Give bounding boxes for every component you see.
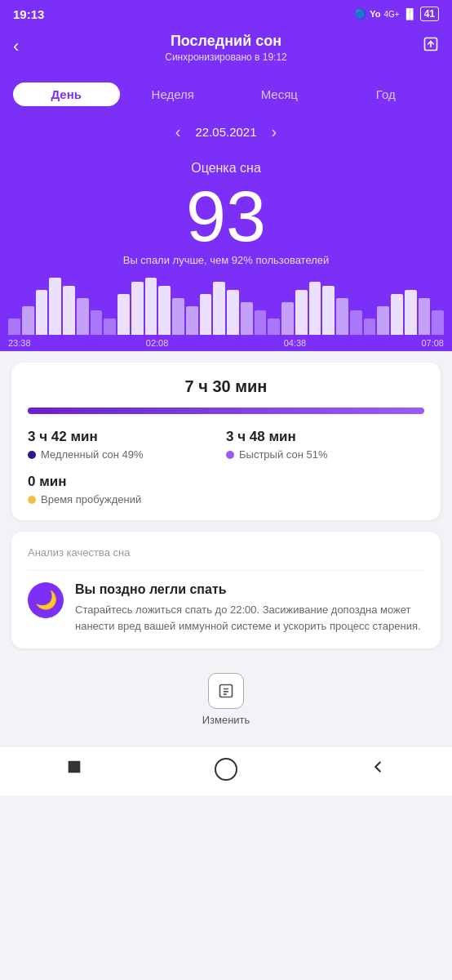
chart-bar bbox=[200, 294, 212, 335]
chart-bar bbox=[350, 310, 362, 335]
bottom-action: Изменить bbox=[11, 660, 441, 734]
awake-dot bbox=[28, 496, 36, 504]
chart-bar bbox=[22, 306, 34, 335]
content-area: 7 ч 30 мин 3 ч 42 мин Медленный сон 49% … bbox=[0, 351, 452, 746]
sync-status: Синхронизировано в 19:12 bbox=[41, 51, 411, 63]
chart-bar bbox=[322, 286, 335, 335]
export-button[interactable] bbox=[423, 36, 439, 56]
sleep-duration: 7 ч 30 мин bbox=[28, 377, 424, 396]
chart-bar bbox=[295, 290, 308, 335]
chart-bar bbox=[77, 298, 89, 335]
chart-bar bbox=[227, 290, 239, 335]
nav-home-button[interactable] bbox=[215, 758, 237, 781]
chart-bar bbox=[172, 298, 184, 335]
score-section: Оценка сна 93 Вы спали лучше, чем 92% по… bbox=[0, 153, 452, 278]
awake-label: Время пробуждений bbox=[28, 493, 226, 506]
chart-bar bbox=[8, 318, 20, 335]
score-subtext: Вы спали лучше, чем 92% пользователей bbox=[16, 254, 436, 278]
slow-sleep-value: 3 ч 42 мин bbox=[28, 429, 226, 445]
analysis-heading: Вы поздно легли спать bbox=[75, 582, 424, 597]
sleep-chart: 23:38 02:08 04:38 07:08 bbox=[0, 278, 452, 351]
analysis-divider bbox=[28, 570, 424, 571]
signal-bars-icon: ▐▌ bbox=[403, 8, 417, 20]
chart-bar bbox=[268, 318, 280, 335]
chart-bar bbox=[419, 298, 431, 335]
fast-sleep-label: Быстрый сон 51% bbox=[226, 448, 424, 461]
chart-bar bbox=[405, 290, 417, 335]
timestamp-1: 23:38 bbox=[8, 338, 31, 348]
timestamp-3: 04:38 bbox=[284, 338, 307, 348]
slow-sleep-label: Медленный сон 49% bbox=[28, 448, 226, 461]
chart-bar bbox=[36, 290, 48, 335]
awake-stat: 0 мин Время пробуждений bbox=[28, 474, 226, 506]
status-bar: 19:13 🔵 Yo 4G+ ▐▌ 41 bbox=[0, 0, 452, 26]
chart-bar bbox=[391, 294, 403, 335]
chart-bar bbox=[63, 286, 75, 335]
back-button[interactable]: ‹ bbox=[13, 36, 19, 57]
fast-sleep-stat: 3 ч 48 мин Быстрый сон 51% bbox=[226, 429, 424, 461]
score-label: Оценка сна bbox=[16, 161, 436, 176]
score-value: 93 bbox=[16, 179, 436, 254]
tab-day[interactable]: День bbox=[13, 82, 120, 106]
nav-bar bbox=[0, 746, 452, 795]
app-header: ‹ Последний сон Синхронизировано в 19:12 bbox=[0, 26, 452, 74]
chart-bar bbox=[213, 282, 225, 335]
awake-value: 0 мин bbox=[28, 474, 226, 490]
tab-bar: День Неделя Месяц Год bbox=[0, 74, 452, 118]
chart-bar bbox=[145, 278, 157, 335]
chart-bar bbox=[158, 286, 171, 335]
chart-bar bbox=[364, 318, 376, 335]
nav-square-button[interactable] bbox=[65, 758, 83, 781]
chart-bar bbox=[281, 302, 294, 335]
tab-month[interactable]: Месяц bbox=[226, 82, 333, 106]
chart-bar bbox=[91, 310, 103, 335]
edit-button[interactable] bbox=[208, 673, 244, 709]
nav-back-button[interactable] bbox=[369, 758, 387, 781]
svg-rect-6 bbox=[69, 761, 81, 773]
chart-bar bbox=[117, 294, 130, 335]
analysis-text: Вы поздно легли спать Старайтесь ложитьс… bbox=[75, 582, 424, 634]
battery-icon: 41 bbox=[420, 7, 439, 21]
chart-bar bbox=[241, 302, 253, 335]
chart-bar bbox=[186, 306, 198, 335]
chart-bar bbox=[377, 306, 389, 335]
timestamp-4: 07:08 bbox=[421, 338, 444, 348]
sleep-duration-card: 7 ч 30 мин 3 ч 42 мин Медленный сон 49% … bbox=[11, 363, 441, 520]
slow-sleep-stat: 3 ч 42 мин Медленный сон 49% bbox=[28, 429, 226, 461]
analysis-card-title: Анализ качества сна bbox=[28, 546, 424, 559]
analysis-body: Старайтесь ложиться спать до 22:00. Заси… bbox=[75, 602, 424, 634]
next-date-button[interactable]: › bbox=[272, 122, 277, 141]
analysis-icon: 🌙 bbox=[28, 582, 64, 618]
sleep-progress-bar bbox=[28, 408, 424, 414]
chart-timestamps: 23:38 02:08 04:38 07:08 bbox=[0, 335, 452, 348]
status-icons: 🔵 Yo 4G+ ▐▌ 41 bbox=[354, 7, 439, 21]
fast-sleep-value: 3 ч 48 мин bbox=[226, 429, 424, 445]
signal-icon: Yo bbox=[370, 9, 380, 19]
prev-date-button[interactable]: ‹ bbox=[175, 122, 181, 141]
chart-bar bbox=[309, 282, 321, 335]
slow-sleep-dot bbox=[28, 451, 36, 459]
fast-sleep-dot bbox=[226, 451, 234, 459]
edit-label: Изменить bbox=[11, 714, 441, 726]
tab-week[interactable]: Неделя bbox=[120, 82, 227, 106]
sleep-stats: 3 ч 42 мин Медленный сон 49% 3 ч 48 мин … bbox=[28, 429, 424, 506]
signal-4g-icon: 4G+ bbox=[383, 10, 399, 19]
analysis-card: Анализ качества сна 🌙 Вы поздно легли сп… bbox=[11, 532, 441, 648]
current-date: 22.05.2021 bbox=[195, 125, 256, 139]
timestamp-2: 02:08 bbox=[146, 338, 169, 348]
page-title: Последний сон bbox=[41, 33, 411, 50]
analysis-item: 🌙 Вы поздно легли спать Старайтесь ложит… bbox=[28, 582, 424, 634]
chart-bar bbox=[432, 310, 444, 335]
chart-bar bbox=[104, 318, 116, 335]
chart-bar bbox=[336, 298, 348, 335]
bluetooth-icon: 🔵 bbox=[354, 8, 366, 20]
chart-bar bbox=[131, 282, 144, 335]
chart-bar bbox=[255, 310, 267, 335]
chart-bar bbox=[49, 278, 61, 335]
tab-year[interactable]: Год bbox=[333, 82, 440, 106]
chart-bars bbox=[0, 278, 452, 335]
status-time: 19:13 bbox=[13, 7, 44, 21]
date-nav: ‹ 22.05.2021 › bbox=[0, 118, 452, 153]
